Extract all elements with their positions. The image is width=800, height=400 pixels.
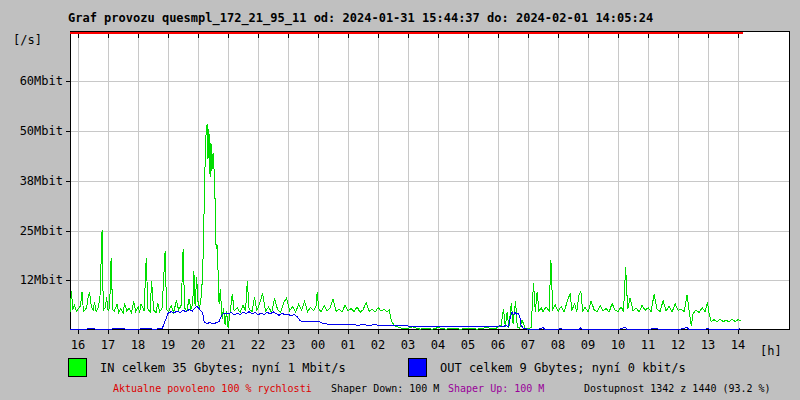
x-tick-label: 12 [663,338,693,352]
status-allowed-speed: Aktualne povoleno 100 % rychlosti [113,383,312,394]
y-tick-label: 25Mbit [0,224,63,238]
x-tick-label: 19 [153,338,183,352]
x-tick-label: 23 [273,338,303,352]
x-tick-label: 01 [333,338,363,352]
x-tick-label: 21 [213,338,243,352]
status-availability: Dostupnost 1342 z 1440 (93.2 %) [584,383,771,394]
y-tick-label: 60Mbit [0,74,63,88]
legend-in-label: IN celkem 35 Gbytes; nyní 1 Mbit/s [100,361,346,375]
legend-out-swatch [408,358,427,377]
y-tick-label: 12Mbit [0,273,63,287]
x-tick-label: 22 [243,338,273,352]
x-tick-label: 11 [633,338,663,352]
x-tick-label: 18 [123,338,153,352]
x-tick-label: 20 [183,338,213,352]
page: Graf provozu quesmpl_172_21_95_11 od: 20… [0,0,800,400]
status-shaper-up: Shaper Up: 100 M [448,383,544,394]
x-tick-label: 05 [453,338,483,352]
y-tick-label: 38Mbit [0,174,63,188]
x-tick-label: 04 [423,338,453,352]
legend-out-label: OUT celkem 9 Gbytes; nyní 0 kbit/s [440,361,686,375]
legend-in-swatch [68,358,87,377]
x-tick-label: 07 [513,338,543,352]
x-tick-label: 09 [573,338,603,352]
x-tick-label: 16 [63,338,93,352]
status-shaper-down: Shaper Down: 100 M [331,383,439,394]
x-tick-label: 10 [603,338,633,352]
x-tick-label: 13 [693,338,723,352]
x-tick-label: 17 [93,338,123,352]
x-tick-label: 00 [303,338,333,352]
x-tick-label: 14 [723,338,753,352]
y-tick-label: 50Mbit [0,124,63,138]
x-tick-label: 06 [483,338,513,352]
x-tick-label: 02 [363,338,393,352]
x-tick-label: 08 [543,338,573,352]
x-tick-label: 03 [393,338,423,352]
